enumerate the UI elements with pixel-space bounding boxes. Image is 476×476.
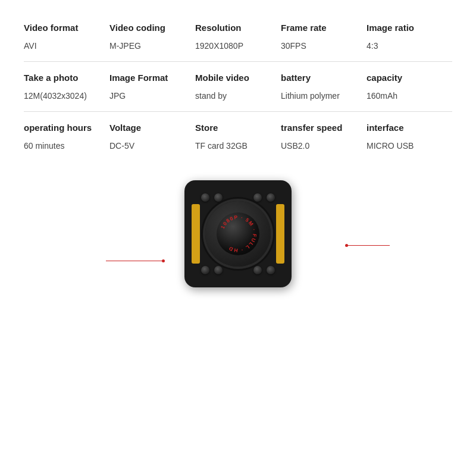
spec-value-video-4: 4:3	[367, 41, 452, 51]
night-vision-dot	[162, 259, 165, 262]
spec-label-operating-3: transfer speed	[281, 123, 367, 133]
spec-labels-row-video: Video formatVideo codingResolutionFrame …	[24, 23, 452, 36]
spec-labels-row-photo: Take a photoImage FormatMobile videobatt…	[24, 73, 452, 86]
spec-value-video-2: 1920X1080P	[195, 41, 281, 51]
specs-container: Video formatVideo codingResolutionFrame …	[0, 0, 476, 168]
spec-value-video-1: M-JPEG	[109, 41, 195, 51]
spec-values-row-photo: 12M(4032x3024)JPGstand byLithium polymer…	[24, 91, 452, 101]
spec-label-photo-3: battery	[281, 73, 367, 83]
spec-label-operating-4: interface	[367, 123, 452, 133]
spec-label-video-3: Frame rate	[281, 23, 367, 33]
spec-value-operating-2: TF card 32GB	[195, 141, 281, 151]
spec-label-photo-4: capacity	[367, 73, 452, 83]
spec-value-operating-0: 60 minutes	[24, 141, 109, 151]
spec-label-video-1: Video coding	[109, 23, 195, 33]
spec-label-video-2: Resolution	[195, 23, 281, 33]
spec-section-video: Video formatVideo codingResolutionFrame …	[24, 12, 452, 57]
spec-value-operating-1: DC-5V	[109, 141, 195, 151]
spec-section-photo: Take a photoImage FormatMobile videobatt…	[24, 61, 452, 107]
spec-label-operating-2: Store	[195, 123, 281, 133]
spec-value-video-3: 30FPS	[281, 41, 367, 51]
spec-value-photo-3: Lithium polymer	[281, 91, 367, 101]
spec-label-photo-2: Mobile video	[195, 73, 281, 83]
spec-value-photo-0: 12M(4032x3024)	[24, 91, 109, 101]
spec-label-photo-1: Image Format	[109, 73, 195, 83]
spec-label-video-0: Video format	[24, 23, 109, 33]
spec-labels-row-operating: operating hoursVoltageStoretransfer spee…	[24, 123, 452, 136]
camera-section: 1080P · 5M · FULL · HD	[0, 174, 476, 353]
night-vision-line	[106, 261, 162, 261]
spec-value-video-0: AVI	[24, 41, 109, 51]
spec-section-operating: operating hoursVoltageStoretransfer spee…	[24, 111, 452, 156]
spec-label-video-4: Image ratio	[367, 23, 452, 33]
hd-camera-line	[347, 245, 390, 246]
spec-value-operating-4: MICRO USB	[367, 141, 452, 151]
spec-label-operating-0: operating hours	[24, 123, 109, 133]
spec-value-photo-1: JPG	[109, 91, 195, 101]
spec-label-photo-0: Take a photo	[24, 73, 109, 83]
spec-values-row-video: AVIM-JPEG1920X1080P30FPS4:3	[24, 41, 452, 51]
spec-label-operating-1: Voltage	[109, 123, 195, 133]
spec-value-operating-3: USB2.0	[281, 141, 367, 151]
spec-values-row-operating: 60 minutesDC-5VTF card 32GBUSB2.0MICRO U…	[24, 141, 452, 151]
spec-value-photo-2: stand by	[195, 91, 281, 101]
spec-value-photo-4: 160mAh	[367, 91, 452, 101]
